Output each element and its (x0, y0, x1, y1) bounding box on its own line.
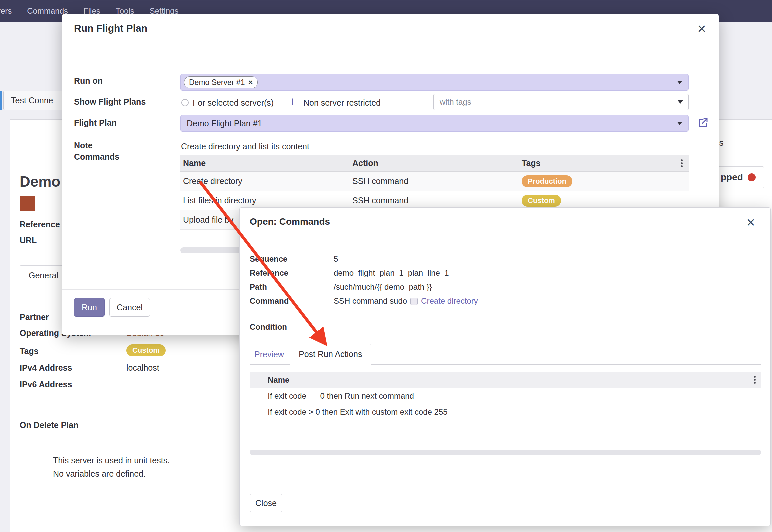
flight-plan-value: Demo Flight Plan #1 (187, 119, 262, 128)
with-tags-placeholder: with tags (440, 97, 471, 107)
col-action[interactable]: Action (352, 158, 522, 168)
sudo-checkbox[interactable] (410, 298, 418, 305)
on-delete-plan-label: On Delete Plan (20, 420, 78, 430)
commands-label: Commands (74, 152, 119, 162)
tab-post-run-actions[interactable]: Post Run Actions (290, 344, 371, 365)
section-divider (174, 155, 174, 289)
command-link[interactable]: Create directory (421, 296, 478, 305)
horizontal-scrollbar[interactable] (250, 450, 761, 455)
command-value: SSH command sudo (334, 296, 407, 305)
run-on-label: Run on (74, 76, 103, 86)
cell-action: SSH command (352, 196, 522, 205)
ipv4-label: IPv4 Address (20, 363, 72, 373)
menu-item-commands[interactable]: Commands (27, 6, 68, 16)
with-tags-select[interactable]: with tags (433, 94, 689, 110)
close-icon[interactable]: × (697, 21, 706, 36)
dialog-title: Run Flight Plan (74, 23, 147, 34)
cell-name: If exit code > 0 then Exit with custom e… (268, 407, 761, 417)
partial-primary-button[interactable] (0, 91, 2, 110)
path-value: /such/much/{{ demo_path }} (334, 282, 432, 292)
run-button[interactable]: Run (74, 298, 105, 317)
command-label: Command (250, 296, 289, 306)
post-run-actions-table: Name If exit code == 0 then Run next com… (250, 372, 761, 436)
condition-field-divider (329, 319, 329, 334)
cell-action: SSH command (352, 176, 522, 186)
reference-label: Reference (250, 268, 288, 278)
close-button[interactable]: Close (250, 494, 282, 512)
cell-name: Create directory (183, 176, 352, 186)
tag-badge: Production (522, 175, 572, 187)
col-name[interactable]: Name (183, 158, 352, 168)
tab-preview[interactable]: Preview (254, 350, 284, 359)
dialog-title: Open: Commands (250, 216, 330, 227)
unit-test-note-2: No variables are defined. (53, 469, 146, 479)
header-divider (240, 241, 770, 241)
flight-plan-label: Flight Plan (74, 118, 117, 128)
radio-non-restricted-label[interactable]: Non server restricted (303, 98, 381, 108)
tag-badge: Custom (522, 195, 561, 207)
kebab-menu-icon[interactable] (680, 158, 684, 168)
color-swatch[interactable] (20, 196, 35, 211)
condition-label: Condition (250, 322, 287, 332)
reference-value: demo_flight_plan_1_plan_line_1 (334, 268, 449, 278)
tab-general[interactable]: General (20, 265, 67, 286)
table-row[interactable]: If exit code > 0 then Exit with custom e… (250, 404, 761, 420)
plan-description: Create directory and list its content (181, 142, 309, 151)
remove-tag-icon[interactable]: × (248, 78, 253, 86)
col-tags[interactable]: Tags (522, 158, 668, 168)
server-tag-chip: Demo Server #1 × (184, 76, 258, 88)
table-header-row: Name Action Tags (180, 155, 689, 172)
ipv4-value: localhost (126, 363, 159, 373)
open-commands-dialog: Open: Commands × Sequence 5 Reference de… (239, 207, 771, 526)
url-label: URL (20, 236, 37, 245)
record-title: Demo (20, 173, 60, 190)
radio-non-restricted[interactable] (292, 98, 293, 105)
chevron-down-icon (677, 122, 682, 125)
reference-label: Reference (20, 220, 60, 229)
cell-name: List files in directory (183, 196, 352, 205)
partner-label: Partner (20, 312, 49, 322)
col-name[interactable]: Name (268, 375, 753, 385)
tags-badge: Custom (126, 344, 166, 356)
external-link-icon[interactable] (697, 117, 709, 129)
chevron-down-icon (677, 81, 682, 84)
path-label: Path (250, 282, 267, 292)
flight-plan-select[interactable]: Demo Flight Plan #1 (180, 115, 689, 132)
close-icon[interactable]: × (746, 215, 755, 230)
sequence-label: Sequence (250, 254, 287, 264)
radio-selected-servers[interactable] (181, 99, 189, 106)
show-flight-plans-label: Show Flight Plans (74, 97, 146, 107)
sequence-value: 5 (334, 254, 338, 264)
kebab-menu-icon[interactable] (753, 375, 757, 385)
status-dot-icon (748, 173, 756, 181)
chevron-down-icon (678, 100, 683, 104)
cell-name: If exit code == 0 then Run next command (268, 391, 761, 401)
radio-selected-servers-label[interactable]: For selected server(s) (193, 98, 274, 108)
header-divider (62, 46, 719, 46)
ipv6-label: IPv6 Address (20, 380, 72, 389)
run-on-input[interactable]: Demo Server #1 × (180, 74, 689, 91)
cancel-button[interactable]: Cancel (109, 298, 150, 317)
empty-row (250, 420, 761, 436)
page: vers Commands Files Tools Settings Test … (0, 0, 772, 532)
unit-test-note-1: This server is used in unit tests. (53, 456, 170, 465)
table-header-row: Name (250, 372, 761, 388)
menu-item-servers[interactable]: vers (0, 6, 12, 16)
status-label: pped (721, 172, 743, 183)
note-label: Note (74, 141, 93, 150)
server-tag-label: Demo Server #1 (189, 78, 245, 87)
table-row[interactable]: If exit code == 0 then Run next command (250, 388, 761, 404)
table-row[interactable]: Create directory SSH command Production (180, 172, 689, 191)
tags-label: Tags (20, 346, 39, 356)
